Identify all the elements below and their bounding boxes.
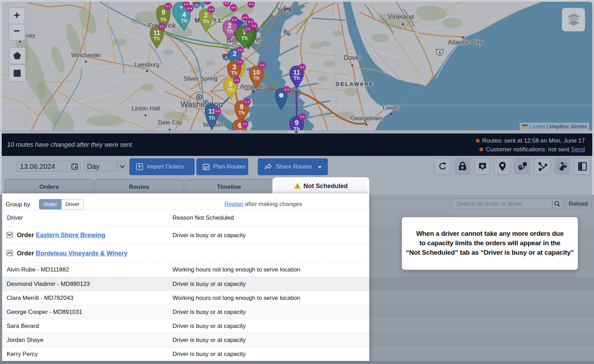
svg-text:Th: Th xyxy=(241,35,248,41)
svg-text:Th: Th xyxy=(209,115,215,121)
svg-text:DELAWARE: DELAWARE xyxy=(336,81,374,87)
svg-text:Th: Th xyxy=(227,28,233,34)
svg-text:9: 9 xyxy=(439,51,441,55)
svg-text:Th: Th xyxy=(238,110,245,116)
svg-text:Th: Th xyxy=(160,16,167,22)
svg-text:Vineland: Vineland xyxy=(388,13,414,20)
svg-text:Th: Th xyxy=(181,18,187,23)
svg-text:2: 2 xyxy=(232,50,236,57)
svg-text:Th: Th xyxy=(228,87,234,92)
svg-text:Th: Th xyxy=(293,126,300,130)
svg-text:Atlantic City: Atlantic City xyxy=(448,39,483,46)
svg-text:Th: Th xyxy=(203,18,209,24)
svg-text:Winchester: Winchester xyxy=(71,52,101,59)
svg-text:Annapolis: Annapolis xyxy=(240,83,266,90)
svg-text:Georgetown: Georgetown xyxy=(350,115,383,122)
svg-text:Linton Hall: Linton Hall xyxy=(132,105,160,112)
svg-text:9: 9 xyxy=(225,56,227,60)
svg-text:Dover: Dover xyxy=(344,54,362,61)
svg-text:95: 95 xyxy=(285,10,290,14)
svg-text:6: 6 xyxy=(238,122,242,129)
svg-text:Leesburg: Leesburg xyxy=(135,61,160,68)
svg-text:Silver Spring: Silver Spring xyxy=(184,75,217,82)
svg-text:Th: Th xyxy=(253,75,259,81)
svg-text:Th: Th xyxy=(154,35,160,41)
svg-text:9: 9 xyxy=(295,119,298,126)
svg-text:2: 2 xyxy=(204,11,208,19)
svg-text:70: 70 xyxy=(194,4,198,8)
svg-text:Th: Th xyxy=(293,75,300,81)
svg-text:Lewes: Lewes xyxy=(383,104,400,111)
svg-text:Dale City: Dale City xyxy=(158,119,182,126)
svg-text:Th: Th xyxy=(231,70,237,76)
svg-text:9: 9 xyxy=(161,8,165,16)
